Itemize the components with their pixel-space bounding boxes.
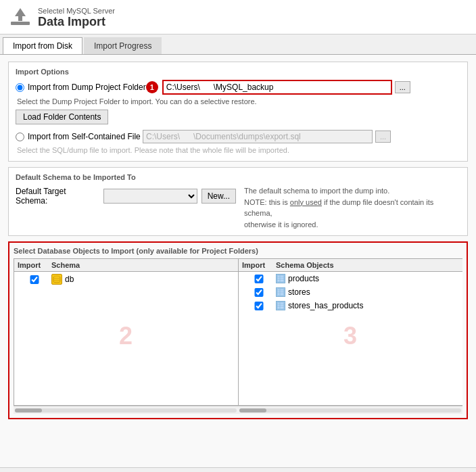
table-icon <box>276 287 285 297</box>
table-row: stores_has_products <box>239 299 462 312</box>
title-text-group: Selectel MySQL Server Data Import <box>38 7 115 29</box>
db-objects-panels: Import Schema <box>14 258 462 414</box>
dump-folder-label: Import from Dump Project Folder <box>28 82 146 92</box>
window-title: Data Import <box>38 15 115 29</box>
self-contained-browse-btn: ... <box>375 131 391 143</box>
tab-import-progress[interactable]: Import Progress <box>84 37 162 54</box>
self-contained-radio[interactable] <box>16 133 24 141</box>
left-scrollbar-track <box>15 408 237 412</box>
dump-folder-browse-btn[interactable]: ... <box>395 81 410 93</box>
right-panel-wrap: Import Schema Objects <box>238 258 462 414</box>
stores-has-products-checkbox[interactable] <box>242 302 276 310</box>
stores-row-name: stores <box>288 287 310 297</box>
right-panel-header: Import Schema Objects <box>239 259 462 272</box>
dump-folder-row: Import from Dump Project Folder 1 ... <box>16 80 460 95</box>
left-panel: Import Schema <box>14 258 238 406</box>
tab-bar: Import from Disk Import Progress <box>0 34 476 55</box>
db-icon <box>51 274 62 285</box>
right-scrollbar-thumb <box>239 408 266 412</box>
db-row-icon: db <box>51 274 235 285</box>
dump-folder-radio[interactable] <box>16 83 24 92</box>
stores-has-products-row-icon: stores_has_products <box>276 301 459 310</box>
table-row: stores <box>239 285 462 299</box>
db-row-checkbox[interactable] <box>18 275 51 284</box>
schema-content: Default Target Schema: New... The defaul… <box>16 185 460 230</box>
dump-folder-help: Select the Dump Project Folder to import… <box>16 97 460 105</box>
left-panel-scrollbar[interactable] <box>14 406 238 414</box>
left-header-import: Import <box>18 261 51 269</box>
svg-marker-1 <box>15 8 26 21</box>
left-panel-header: Import Schema <box>14 259 238 272</box>
db-objects-section: Select Database Objects to Import (only … <box>8 241 468 419</box>
main-content: Import Options Import from Dump Project … <box>0 55 476 467</box>
left-panel-wrap: Import Schema <box>14 258 238 414</box>
left-scrollbar-thumb <box>15 408 42 412</box>
stores-checkbox[interactable] <box>242 288 276 297</box>
products-row-icon: products <box>276 274 459 283</box>
stores-has-products-row-name: stores_has_products <box>288 301 363 310</box>
badge-1: 1 <box>146 81 158 93</box>
default-target-label: Default Target Schema: <box>16 187 99 206</box>
default-schema-title: Default Schema to be Imported To <box>16 173 460 181</box>
default-schema-section: Default Schema to be Imported To Default… <box>8 167 468 236</box>
bottom-bar: 3 tables selected Dump Structure and Dat… <box>0 467 476 472</box>
db-row-name: db <box>65 275 74 284</box>
self-contained-label: Import from Self-Contained File <box>28 132 143 141</box>
svg-point-2 <box>53 276 60 279</box>
svg-rect-7 <box>277 289 284 296</box>
svg-rect-3 <box>277 275 284 282</box>
load-folder-contents-btn[interactable]: Load Folder Contents <box>16 110 108 124</box>
right-scrollbar-track <box>239 408 461 412</box>
svg-rect-0 <box>11 22 30 25</box>
schema-left: Default Target Schema: New... <box>16 185 236 206</box>
products-checkbox[interactable] <box>242 275 276 283</box>
import-options-section: Import Options Import from Dump Project … <box>8 62 468 162</box>
app-name: Selectel MySQL Server <box>38 7 115 15</box>
right-panel: Import Schema Objects <box>238 258 462 406</box>
left-header-schema: Schema <box>51 261 235 269</box>
title-bar: Selectel MySQL Server Data Import <box>0 0 476 34</box>
table-row: db <box>14 272 238 287</box>
right-header-objects: Schema Objects <box>276 261 459 269</box>
new-schema-btn[interactable]: New... <box>201 189 236 204</box>
app-icon <box>8 5 32 30</box>
import-options-title: Import Options <box>16 68 460 76</box>
schema-note: The default schema to import the dump in… <box>244 185 460 230</box>
svg-rect-11 <box>277 302 284 309</box>
default-schema-dropdown[interactable] <box>103 189 197 204</box>
self-contained-path-input <box>143 130 373 143</box>
self-contained-row: Import from Self-Contained File ... <box>16 130 460 143</box>
right-header-import: Import <box>242 261 276 269</box>
table-icon <box>276 274 285 283</box>
self-contained-help: Select the SQL/dump file to import. Plea… <box>16 146 460 154</box>
db-objects-title: Select Database Objects to Import (only … <box>14 247 462 255</box>
table-row: products <box>239 272 462 285</box>
table-icon <box>276 301 285 310</box>
dump-folder-path-input[interactable] <box>162 80 392 95</box>
tab-import-from-disk[interactable]: Import from Disk <box>3 37 82 54</box>
right-panel-scrollbar[interactable] <box>238 406 462 414</box>
stores-row-icon: stores <box>276 287 459 297</box>
products-row-name: products <box>288 274 319 283</box>
